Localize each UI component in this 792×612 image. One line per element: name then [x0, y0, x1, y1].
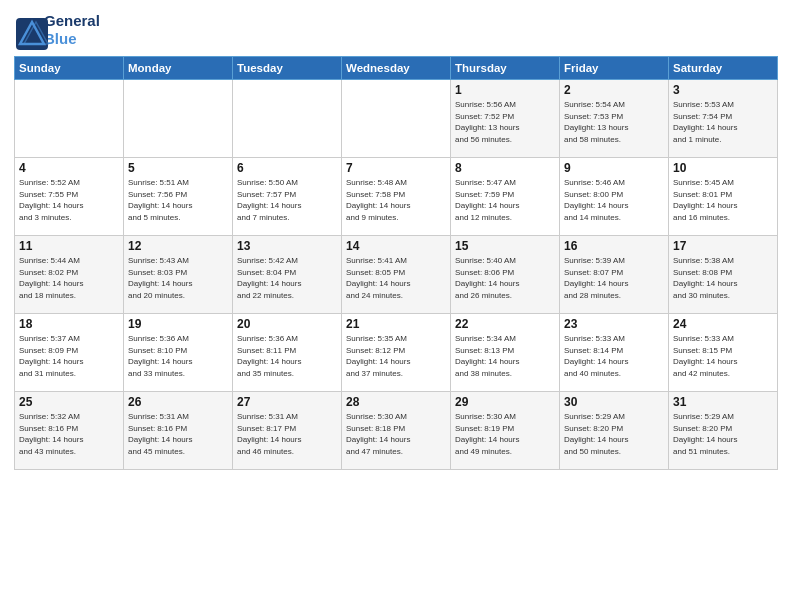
day-info: Sunrise: 5:56 AM Sunset: 7:52 PM Dayligh…: [455, 99, 555, 145]
day-number: 8: [455, 161, 555, 175]
day-number: 2: [564, 83, 664, 97]
day-info: Sunrise: 5:45 AM Sunset: 8:01 PM Dayligh…: [673, 177, 773, 223]
day-number: 25: [19, 395, 119, 409]
day-number: 15: [455, 239, 555, 253]
calendar-cell: 4Sunrise: 5:52 AM Sunset: 7:55 PM Daylig…: [15, 158, 124, 236]
day-info: Sunrise: 5:51 AM Sunset: 7:56 PM Dayligh…: [128, 177, 228, 223]
calendar-cell: 5Sunrise: 5:51 AM Sunset: 7:56 PM Daylig…: [124, 158, 233, 236]
calendar-cell: 30Sunrise: 5:29 AM Sunset: 8:20 PM Dayli…: [560, 392, 669, 470]
day-info: Sunrise: 5:54 AM Sunset: 7:53 PM Dayligh…: [564, 99, 664, 145]
calendar-cell: 8Sunrise: 5:47 AM Sunset: 7:59 PM Daylig…: [451, 158, 560, 236]
calendar-cell: 12Sunrise: 5:43 AM Sunset: 8:03 PM Dayli…: [124, 236, 233, 314]
calendar-cell: 13Sunrise: 5:42 AM Sunset: 8:04 PM Dayli…: [233, 236, 342, 314]
day-number: 7: [346, 161, 446, 175]
calendar-cell: 7Sunrise: 5:48 AM Sunset: 7:58 PM Daylig…: [342, 158, 451, 236]
day-number: 12: [128, 239, 228, 253]
week-row-4: 18Sunrise: 5:37 AM Sunset: 8:09 PM Dayli…: [15, 314, 778, 392]
calendar-cell: 26Sunrise: 5:31 AM Sunset: 8:16 PM Dayli…: [124, 392, 233, 470]
calendar-cell: 10Sunrise: 5:45 AM Sunset: 8:01 PM Dayli…: [669, 158, 778, 236]
week-row-1: 1Sunrise: 5:56 AM Sunset: 7:52 PM Daylig…: [15, 80, 778, 158]
calendar-cell: 29Sunrise: 5:30 AM Sunset: 8:19 PM Dayli…: [451, 392, 560, 470]
day-header-sunday: Sunday: [15, 57, 124, 80]
week-row-5: 25Sunrise: 5:32 AM Sunset: 8:16 PM Dayli…: [15, 392, 778, 470]
day-number: 13: [237, 239, 337, 253]
day-number: 23: [564, 317, 664, 331]
week-row-2: 4Sunrise: 5:52 AM Sunset: 7:55 PM Daylig…: [15, 158, 778, 236]
calendar-cell: 19Sunrise: 5:36 AM Sunset: 8:10 PM Dayli…: [124, 314, 233, 392]
calendar-cell: 15Sunrise: 5:40 AM Sunset: 8:06 PM Dayli…: [451, 236, 560, 314]
day-number: 6: [237, 161, 337, 175]
day-number: 9: [564, 161, 664, 175]
day-header-thursday: Thursday: [451, 57, 560, 80]
day-info: Sunrise: 5:32 AM Sunset: 8:16 PM Dayligh…: [19, 411, 119, 457]
day-number: 26: [128, 395, 228, 409]
day-info: Sunrise: 5:42 AM Sunset: 8:04 PM Dayligh…: [237, 255, 337, 301]
day-number: 5: [128, 161, 228, 175]
day-info: Sunrise: 5:35 AM Sunset: 8:12 PM Dayligh…: [346, 333, 446, 379]
day-info: Sunrise: 5:29 AM Sunset: 8:20 PM Dayligh…: [673, 411, 773, 457]
day-number: 3: [673, 83, 773, 97]
calendar-cell: 18Sunrise: 5:37 AM Sunset: 8:09 PM Dayli…: [15, 314, 124, 392]
day-info: Sunrise: 5:50 AM Sunset: 7:57 PM Dayligh…: [237, 177, 337, 223]
calendar-cell: 27Sunrise: 5:31 AM Sunset: 8:17 PM Dayli…: [233, 392, 342, 470]
day-info: Sunrise: 5:31 AM Sunset: 8:17 PM Dayligh…: [237, 411, 337, 457]
day-info: Sunrise: 5:29 AM Sunset: 8:20 PM Dayligh…: [564, 411, 664, 457]
day-number: 1: [455, 83, 555, 97]
day-number: 20: [237, 317, 337, 331]
day-number: 18: [19, 317, 119, 331]
calendar-cell: [342, 80, 451, 158]
calendar-cell: 17Sunrise: 5:38 AM Sunset: 8:08 PM Dayli…: [669, 236, 778, 314]
day-number: 11: [19, 239, 119, 253]
calendar-cell: 16Sunrise: 5:39 AM Sunset: 8:07 PM Dayli…: [560, 236, 669, 314]
logo: GeneralBlue: [14, 12, 100, 48]
day-header-wednesday: Wednesday: [342, 57, 451, 80]
day-info: Sunrise: 5:36 AM Sunset: 8:10 PM Dayligh…: [128, 333, 228, 379]
day-info: Sunrise: 5:30 AM Sunset: 8:18 PM Dayligh…: [346, 411, 446, 457]
day-info: Sunrise: 5:33 AM Sunset: 8:14 PM Dayligh…: [564, 333, 664, 379]
calendar-cell: 3Sunrise: 5:53 AM Sunset: 7:54 PM Daylig…: [669, 80, 778, 158]
day-info: Sunrise: 5:41 AM Sunset: 8:05 PM Dayligh…: [346, 255, 446, 301]
day-number: 22: [455, 317, 555, 331]
day-info: Sunrise: 5:30 AM Sunset: 8:19 PM Dayligh…: [455, 411, 555, 457]
calendar-cell: [15, 80, 124, 158]
calendar-cell: 22Sunrise: 5:34 AM Sunset: 8:13 PM Dayli…: [451, 314, 560, 392]
calendar-cell: 9Sunrise: 5:46 AM Sunset: 8:00 PM Daylig…: [560, 158, 669, 236]
day-info: Sunrise: 5:40 AM Sunset: 8:06 PM Dayligh…: [455, 255, 555, 301]
day-info: Sunrise: 5:37 AM Sunset: 8:09 PM Dayligh…: [19, 333, 119, 379]
day-info: Sunrise: 5:47 AM Sunset: 7:59 PM Dayligh…: [455, 177, 555, 223]
day-number: 14: [346, 239, 446, 253]
day-header-friday: Friday: [560, 57, 669, 80]
calendar-cell: 28Sunrise: 5:30 AM Sunset: 8:18 PM Dayli…: [342, 392, 451, 470]
day-header-tuesday: Tuesday: [233, 57, 342, 80]
calendar-cell: [124, 80, 233, 158]
day-number: 30: [564, 395, 664, 409]
day-number: 29: [455, 395, 555, 409]
day-number: 24: [673, 317, 773, 331]
calendar-cell: 11Sunrise: 5:44 AM Sunset: 8:02 PM Dayli…: [15, 236, 124, 314]
day-info: Sunrise: 5:43 AM Sunset: 8:03 PM Dayligh…: [128, 255, 228, 301]
day-info: Sunrise: 5:48 AM Sunset: 7:58 PM Dayligh…: [346, 177, 446, 223]
day-number: 4: [19, 161, 119, 175]
header-row: SundayMondayTuesdayWednesdayThursdayFrid…: [15, 57, 778, 80]
day-number: 21: [346, 317, 446, 331]
day-info: Sunrise: 5:31 AM Sunset: 8:16 PM Dayligh…: [128, 411, 228, 457]
calendar-cell: 21Sunrise: 5:35 AM Sunset: 8:12 PM Dayli…: [342, 314, 451, 392]
header: GeneralBlue: [14, 12, 778, 48]
calendar-cell: 25Sunrise: 5:32 AM Sunset: 8:16 PM Dayli…: [15, 392, 124, 470]
day-info: Sunrise: 5:38 AM Sunset: 8:08 PM Dayligh…: [673, 255, 773, 301]
day-number: 17: [673, 239, 773, 253]
calendar-cell: 14Sunrise: 5:41 AM Sunset: 8:05 PM Dayli…: [342, 236, 451, 314]
day-number: 31: [673, 395, 773, 409]
day-number: 27: [237, 395, 337, 409]
day-number: 10: [673, 161, 773, 175]
day-info: Sunrise: 5:36 AM Sunset: 8:11 PM Dayligh…: [237, 333, 337, 379]
day-info: Sunrise: 5:53 AM Sunset: 7:54 PM Dayligh…: [673, 99, 773, 145]
calendar-cell: 20Sunrise: 5:36 AM Sunset: 8:11 PM Dayli…: [233, 314, 342, 392]
day-info: Sunrise: 5:52 AM Sunset: 7:55 PM Dayligh…: [19, 177, 119, 223]
day-info: Sunrise: 5:34 AM Sunset: 8:13 PM Dayligh…: [455, 333, 555, 379]
calendar-cell: 23Sunrise: 5:33 AM Sunset: 8:14 PM Dayli…: [560, 314, 669, 392]
day-number: 16: [564, 239, 664, 253]
page: GeneralBlue SundayMondayTuesdayWednesday…: [0, 0, 792, 612]
calendar-table: SundayMondayTuesdayWednesdayThursdayFrid…: [14, 56, 778, 470]
calendar-cell: 1Sunrise: 5:56 AM Sunset: 7:52 PM Daylig…: [451, 80, 560, 158]
